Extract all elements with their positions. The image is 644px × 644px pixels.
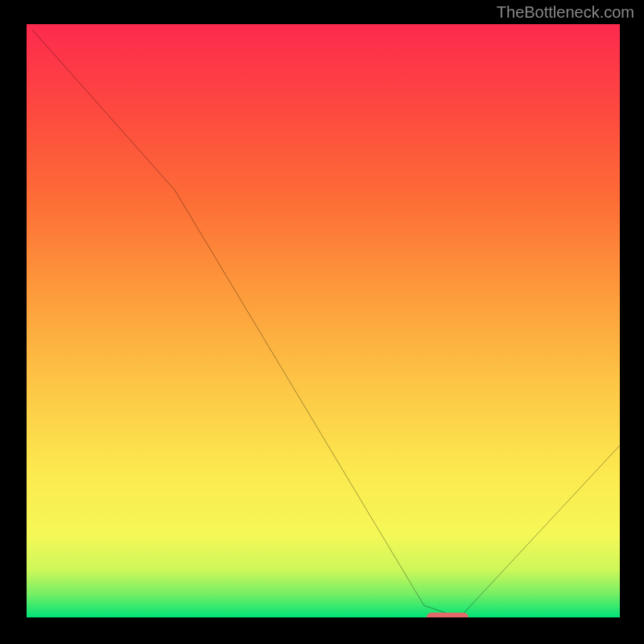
optimal-point-marker <box>427 613 469 620</box>
bottleneck-chart <box>24 24 620 620</box>
watermark-text: TheBottleneck.com <box>497 3 634 22</box>
chart-curve-svg <box>27 24 620 617</box>
bottleneck-curve-path <box>32 30 620 617</box>
